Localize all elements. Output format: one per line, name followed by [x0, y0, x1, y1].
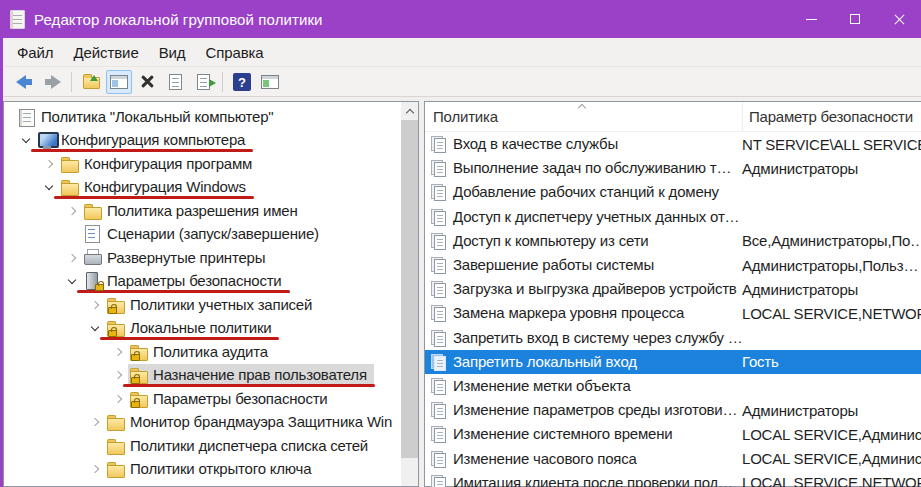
policy-icon — [431, 257, 447, 273]
menu-item-file[interactable]: Файл — [7, 40, 63, 65]
policy-name: Добавление рабочих станций к домену — [453, 183, 719, 201]
policy-icon — [431, 451, 447, 467]
expander-icon[interactable] — [41, 178, 59, 196]
expander-icon[interactable] — [64, 272, 82, 290]
forward-button[interactable] — [39, 70, 65, 94]
tree-item-icon — [130, 390, 148, 408]
expander-icon[interactable] — [110, 366, 128, 384]
expander-icon[interactable] — [18, 131, 36, 149]
tree-item-icon — [84, 272, 102, 290]
tree-item[interactable]: Политики открытого ключа — [4, 458, 418, 482]
policy-row[interactable]: Завершение работы системы Администраторы… — [425, 253, 921, 277]
help-button[interactable] — [229, 70, 255, 94]
policy-setting: LOCAL SERVICE,NETWOR… — [742, 305, 921, 322]
tree-item[interactable]: Политика разрешения имен — [4, 199, 418, 223]
tree-item-label: Политики учетных записей — [130, 296, 312, 314]
tree-item[interactable]: Политики учетных записей — [4, 293, 418, 317]
tree-item-label: Политики ограниченного использован — [130, 484, 387, 486]
policy-row[interactable]: Добавление рабочих станций к домену — [425, 180, 921, 204]
scrollbar-thumb[interactable] — [401, 120, 418, 458]
expander-icon[interactable] — [41, 155, 59, 173]
tree-item[interactable]: Назначение прав пользователя — [4, 364, 418, 388]
tree-item[interactable]: Сценарии (запуск/завершение) — [4, 223, 418, 247]
policy-setting: Гость — [742, 353, 921, 370]
policy-row[interactable]: Вход в качестве службы NT SERVICE\ALL SE… — [425, 132, 921, 156]
minimize-button[interactable] — [789, 0, 833, 38]
export-list-button[interactable] — [190, 70, 216, 94]
expander-icon[interactable] — [87, 437, 105, 455]
tree-item-label: Политики диспетчера списка сетей — [130, 437, 368, 455]
expander-icon[interactable] — [87, 460, 105, 478]
tree-item-label: Параметры безопасности — [107, 272, 282, 290]
tree-item[interactable]: Политика аудита — [4, 340, 418, 364]
tree-item[interactable]: Развернутые принтеры — [4, 246, 418, 270]
policy-name: Доступ к диспетчеру учетных данных от… — [453, 208, 739, 226]
properties-button[interactable] — [162, 70, 188, 94]
new-window-button[interactable] — [257, 70, 283, 94]
tree-item-icon — [84, 225, 102, 243]
expander-icon[interactable] — [87, 319, 105, 337]
tree-item[interactable]: Политика "Локальный компьютер" — [4, 105, 418, 129]
show-console-tree-button[interactable] — [106, 70, 132, 94]
column-header-security-setting[interactable]: Параметр безопасности — [742, 102, 921, 131]
policy-name: Изменение системного времени — [453, 425, 673, 443]
tree-item[interactable]: Политики диспетчера списка сетей — [4, 434, 418, 458]
policy-row[interactable]: Изменение часового пояса LOCAL SERVICE,А… — [425, 446, 921, 470]
policy-name: Вход в качестве службы — [453, 135, 618, 153]
menu-item-help[interactable]: Справка — [195, 40, 273, 65]
tree-item-label: Конфигурация компьютера — [61, 131, 245, 149]
policy-row[interactable]: Запретить вход в систему через службу … — [425, 326, 921, 350]
forward-icon — [44, 75, 61, 89]
expander-icon[interactable] — [87, 296, 105, 314]
policy-row[interactable]: Запретить локальный вход Гость — [425, 350, 921, 374]
tree-item-icon — [130, 366, 148, 384]
help-icon — [233, 73, 251, 91]
policy-icon — [431, 184, 447, 200]
tree-item[interactable]: Локальные политики — [4, 317, 418, 341]
expander-icon[interactable] — [87, 413, 105, 431]
policy-row[interactable]: Изменение метки объекта — [425, 374, 921, 398]
tree-item-icon — [84, 249, 102, 267]
tree-item[interactable]: Конфигурация компьютера — [4, 129, 418, 153]
tree-item[interactable]: Параметры безопасности — [4, 270, 418, 294]
policy-icon — [431, 233, 447, 249]
policy-name: Загрузка и выгрузка драйверов устройств — [453, 280, 737, 298]
policy-icon — [431, 281, 447, 297]
main-area: Политика "Локальный компьютер" Конфигура… — [3, 97, 921, 487]
tree-item[interactable]: Конфигурация программ — [4, 152, 418, 176]
scroll-up-button[interactable] — [401, 102, 418, 120]
policy-row[interactable]: Выполнение задач по обслуживанию т… Адми… — [425, 156, 921, 180]
policy-name: Доступ к компьютеру из сети — [453, 232, 648, 250]
expander-icon[interactable] — [64, 249, 82, 267]
delete-button[interactable] — [134, 70, 160, 94]
maximize-button[interactable] — [833, 0, 877, 38]
policy-row[interactable]: Замена маркера уровня процесса LOCAL SER… — [425, 301, 921, 325]
tree-item[interactable]: Параметры безопасности — [4, 387, 418, 411]
expander-icon[interactable] — [64, 202, 82, 220]
policy-row[interactable]: Изменение системного времени LOCAL SERVI… — [425, 422, 921, 446]
close-button[interactable] — [877, 0, 921, 38]
menu-item-view[interactable]: Вид — [149, 40, 196, 65]
policy-row[interactable]: Доступ к компьютеру из сети Все,Админист… — [425, 229, 921, 253]
tree-scrollbar[interactable] — [401, 102, 418, 486]
expander-icon[interactable] — [64, 225, 82, 243]
expander-icon[interactable] — [110, 343, 128, 361]
back-button[interactable] — [11, 70, 37, 94]
minimize-icon — [806, 19, 817, 20]
policy-row[interactable]: Доступ к диспетчеру учетных данных от… — [425, 205, 921, 229]
policy-row[interactable]: Изменение параметров среды изготови… Адм… — [425, 398, 921, 422]
maximize-icon — [850, 14, 860, 24]
policy-row[interactable]: Имитация клиента после проверки под… LOC… — [425, 471, 921, 487]
tree-item[interactable]: Конфигурация Windows — [4, 176, 418, 200]
policy-row[interactable]: Загрузка и выгрузка драйверов устройств … — [425, 277, 921, 301]
up-one-level-icon — [83, 77, 100, 89]
toolbar — [3, 67, 921, 97]
up-one-level-button[interactable] — [78, 70, 104, 94]
tree-item[interactable]: Монитор брандмауэра Защитника Win — [4, 411, 418, 435]
tree-item-label: Конфигурация Windows — [84, 178, 246, 196]
menu-item-action[interactable]: Действие — [63, 40, 148, 65]
expander-icon[interactable] — [110, 390, 128, 408]
tree-item[interactable]: Политики ограниченного использован — [4, 481, 418, 486]
expander-icon[interactable] — [87, 484, 105, 486]
policy-icon — [431, 402, 447, 418]
